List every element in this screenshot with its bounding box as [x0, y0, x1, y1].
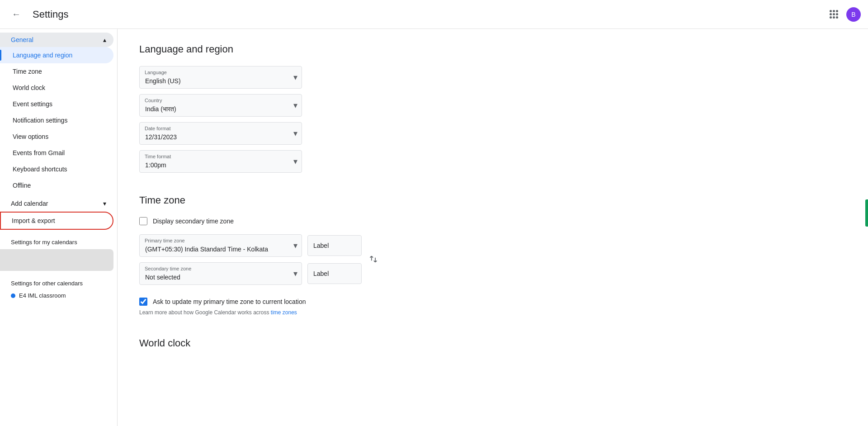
world-clock-section: World clock	[139, 337, 846, 349]
secondary-timezone-row: Secondary time zone Not selected ▾	[139, 262, 362, 285]
import-export-label: Import & export	[12, 217, 55, 224]
secondary-timezone-label-input[interactable]	[307, 263, 362, 284]
language-select-wrapper: Language English (US) ▾	[139, 66, 302, 89]
time-format-select-wrapper: Time format 1:00pm ▾	[139, 150, 302, 173]
secondary-timezone-wrapper: Secondary time zone Not selected ▾	[139, 262, 302, 285]
topbar-left: ← Settings	[7, 5, 69, 24]
topbar: ← Settings B	[0, 0, 868, 29]
list-item: E4 IML classroom	[0, 289, 117, 303]
primary-timezone-wrapper: Primary time zone (GMT+05:30) India Stan…	[139, 234, 302, 257]
sidebar-item-label: Events from Gmail	[13, 149, 65, 156]
apps-button[interactable]	[825, 5, 843, 24]
sidebar-item-language-region[interactable]: Language and region	[0, 47, 113, 63]
my-calendars-placeholder	[0, 249, 113, 271]
display-secondary-checkbox[interactable]	[139, 217, 147, 225]
sidebar-item-event-settings[interactable]: Event settings	[0, 96, 113, 112]
sidebar-item-label: Language and region	[13, 52, 72, 59]
back-button[interactable]: ←	[7, 5, 25, 24]
avatar[interactable]: B	[846, 7, 861, 22]
sidebar-item-events-from-gmail[interactable]: Events from Gmail	[0, 145, 113, 161]
general-chevron-icon	[103, 36, 106, 43]
time-format-select[interactable]: 1:00pm	[139, 150, 302, 173]
world-clock-title: World clock	[139, 337, 846, 349]
sidebar-item-label: Offline	[13, 182, 31, 189]
primary-timezone-select[interactable]: (GMT+05:30) India Standard Time - Kolkat…	[139, 234, 302, 257]
display-secondary-label: Display secondary time zone	[153, 218, 234, 225]
language-select[interactable]: English (US)	[139, 66, 302, 89]
import-export-item[interactable]: Import & export	[0, 212, 113, 230]
language-region-section: Language and region Language English (US…	[139, 43, 846, 173]
ask-update-label: Ask to update my primary time zone to cu…	[153, 298, 306, 305]
secondary-timezone-select[interactable]: Not selected	[139, 262, 302, 285]
sidebar-item-offline[interactable]: Offline	[0, 177, 113, 194]
sidebar-item-keyboard-shortcuts[interactable]: Keyboard shortcuts	[0, 161, 113, 177]
swap-timezone-icon[interactable]	[369, 255, 378, 264]
sidebar-item-time-zone[interactable]: Time zone	[0, 63, 113, 80]
settings-my-calendars-heading: Settings for my calendars	[0, 233, 117, 247]
sidebar-item-world-clock[interactable]: World clock	[0, 80, 113, 96]
apps-grid-icon	[830, 10, 838, 19]
general-section: General Language and region Time zone Wo…	[0, 33, 117, 194]
sidebar-item-label: World clock	[13, 84, 45, 91]
calendar-color-dot	[11, 293, 15, 298]
language-region-title: Language and region	[139, 43, 846, 55]
sidebar-item-label: Time zone	[13, 68, 42, 75]
ask-update-row: Ask to update my primary time zone to cu…	[139, 298, 846, 306]
sidebar-item-label: Keyboard shortcuts	[13, 166, 67, 173]
right-edge-indicator	[865, 199, 868, 227]
layout: General Language and region Time zone Wo…	[0, 29, 868, 426]
primary-timezone-label-input[interactable]	[307, 235, 362, 256]
page-title: Settings	[33, 9, 69, 20]
add-calendar-row[interactable]: Add calendar	[0, 195, 113, 212]
learn-more-text: Learn more about how Google Calendar wor…	[139, 309, 846, 316]
timezone-title: Time zone	[139, 194, 846, 206]
timezone-section: Time zone Display secondary time zone Pr…	[139, 194, 846, 316]
ask-update-checkbox[interactable]	[139, 298, 147, 306]
date-format-form-group: Date format 12/31/2023 ▾	[139, 122, 846, 145]
calendar-item-label: E4 IML classroom	[19, 292, 66, 299]
time-zones-link[interactable]: time zones	[271, 309, 297, 316]
back-arrow-icon: ←	[12, 9, 21, 19]
display-secondary-row: Display secondary time zone	[139, 217, 846, 225]
sidebar-item-label: Event settings	[13, 100, 52, 108]
add-calendar-chevron-icon	[103, 200, 106, 207]
country-form-group: Country India (भारत) ▾	[139, 94, 846, 117]
sidebar-item-label: View options	[13, 133, 48, 140]
add-calendar-label: Add calendar	[11, 200, 48, 207]
sidebar-item-notification-settings[interactable]: Notification settings	[0, 112, 113, 128]
sidebar-item-label: Notification settings	[13, 117, 67, 124]
date-format-select-wrapper: Date format 12/31/2023 ▾	[139, 122, 302, 145]
settings-other-calendars-heading: Settings for other calendars	[0, 275, 117, 289]
time-format-form-group: Time format 1:00pm ▾	[139, 150, 846, 173]
general-group-header[interactable]: General	[0, 33, 113, 47]
date-format-select[interactable]: 12/31/2023	[139, 122, 302, 145]
country-select[interactable]: India (भारत)	[139, 94, 302, 117]
primary-timezone-row: Primary time zone (GMT+05:30) India Stan…	[139, 234, 362, 257]
general-label: General	[11, 36, 33, 43]
language-form-group: Language English (US) ▾	[139, 66, 846, 89]
country-select-wrapper: Country India (भारत) ▾	[139, 94, 302, 117]
sidebar: General Language and region Time zone Wo…	[0, 29, 118, 426]
topbar-right: B	[825, 5, 861, 24]
sidebar-item-view-options[interactable]: View options	[0, 128, 113, 145]
main-content: Language and region Language English (US…	[118, 29, 868, 426]
